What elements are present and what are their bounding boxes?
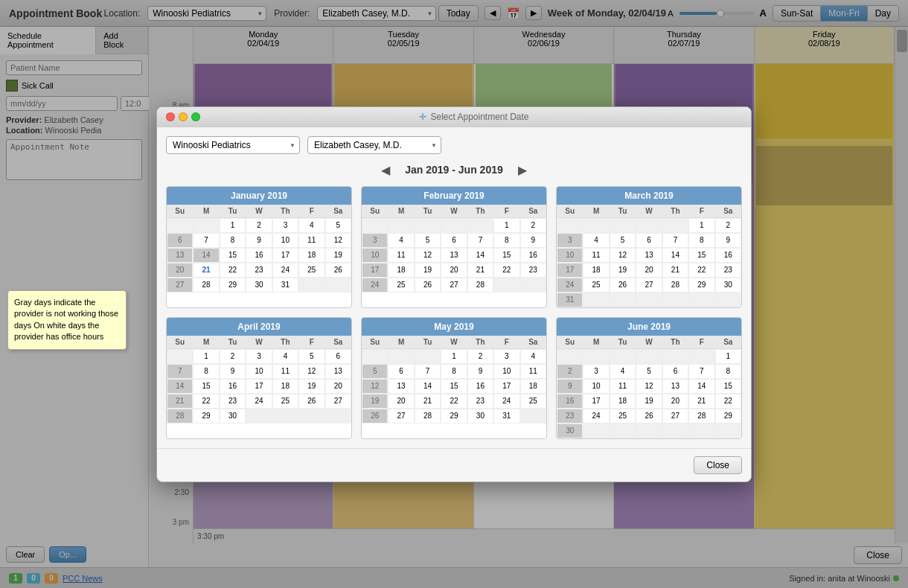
day-cell[interactable]: 28 [167, 409, 193, 424]
day-cell[interactable]: 12 [415, 248, 441, 263]
day-cell[interactable]: 31 [557, 293, 583, 307]
modal-location-wrap[interactable]: Winooski Pediatrics [166, 136, 300, 154]
day-cell[interactable]: 27 [325, 394, 351, 409]
day-cell[interactable]: 5 [636, 364, 662, 379]
day-cell[interactable]: 17 [583, 394, 609, 409]
day-cell[interactable]: 2 [557, 364, 583, 379]
day-cell[interactable]: 6 [441, 233, 467, 248]
day-cell[interactable]: 7 [688, 364, 714, 379]
day-cell[interactable]: 22 [688, 263, 714, 278]
day-cell[interactable]: 20 [388, 394, 414, 409]
day-cell[interactable]: 24 [272, 263, 298, 278]
day-cell[interactable]: 16 [246, 248, 272, 263]
day-cell[interactable]: 9 [715, 233, 741, 248]
day-cell[interactable]: 26 [415, 278, 441, 293]
day-cell[interactable]: 22 [193, 394, 219, 409]
modal-provider-wrap[interactable]: Elizabeth Casey, M.D. [307, 136, 441, 154]
day-cell[interactable]: 13 [636, 248, 662, 263]
day-cell[interactable]: 14 [467, 248, 493, 263]
day-cell[interactable]: 28 [688, 409, 714, 424]
day-cell[interactable]: 7 [193, 233, 219, 248]
day-cell[interactable]: 1 [193, 349, 219, 364]
day-cell[interactable]: 1 [688, 218, 714, 233]
day-cell[interactable]: 18 [388, 263, 414, 278]
day-cell[interactable]: 4 [298, 218, 324, 233]
day-cell[interactable]: 10 [272, 233, 298, 248]
day-cell[interactable]: 8 [220, 233, 246, 248]
day-cell[interactable]: 29 [688, 278, 714, 293]
day-cell[interactable]: 23 [520, 263, 546, 278]
day-cell[interactable]: 29 [715, 409, 741, 424]
day-cell[interactable]: 18 [520, 379, 546, 394]
day-cell[interactable]: 21 [467, 263, 493, 278]
day-cell[interactable]: 9 [246, 233, 272, 248]
day-cell[interactable]: 19 [415, 263, 441, 278]
day-cell[interactable]: 7 [415, 364, 441, 379]
day-cell[interactable]: 4 [272, 349, 298, 364]
day-cell[interactable]: 19 [636, 394, 662, 409]
day-cell[interactable]: 8 [715, 364, 741, 379]
day-cell[interactable]: 30 [246, 278, 272, 293]
day-cell[interactable]: 25 [610, 409, 636, 424]
day-cell[interactable]: 10 [362, 248, 388, 263]
day-cell[interactable]: 3 [272, 218, 298, 233]
day-cell[interactable]: 27 [662, 409, 688, 424]
day-cell[interactable]: 21 [167, 394, 193, 409]
day-cell[interactable]: 18 [610, 394, 636, 409]
day-cell[interactable]: 25 [298, 263, 324, 278]
day-cell[interactable]: 8 [193, 364, 219, 379]
day-cell[interactable]: 18 [298, 248, 324, 263]
day-cell[interactable]: 3 [557, 233, 583, 248]
day-cell[interactable]: 6 [388, 364, 414, 379]
day-cell[interactable]: 6 [636, 233, 662, 248]
day-cell[interactable]: 1 [441, 349, 467, 364]
day-cell[interactable]: 15 [493, 248, 519, 263]
day-cell[interactable]: 11 [610, 379, 636, 394]
day-cell[interactable]: 20 [662, 394, 688, 409]
day-cell[interactable]: 9 [220, 364, 246, 379]
day-cell[interactable]: 2 [520, 218, 546, 233]
day-cell[interactable]: 9 [557, 379, 583, 394]
day-cell[interactable]: 11 [298, 233, 324, 248]
day-cell[interactable]: 1 [715, 349, 741, 364]
day-cell[interactable]: 7 [662, 233, 688, 248]
day-cell[interactable]: 30 [467, 409, 493, 424]
day-cell[interactable]: 15 [193, 379, 219, 394]
day-cell[interactable]: 9 [520, 233, 546, 248]
day-cell[interactable]: 20 [441, 263, 467, 278]
day-cell[interactable]: 19 [610, 263, 636, 278]
day-cell[interactable]: 20 [636, 263, 662, 278]
day-cell[interactable]: 17 [246, 379, 272, 394]
day-cell[interactable]: 29 [193, 409, 219, 424]
minimize-traffic-light[interactable] [179, 112, 188, 121]
day-cell[interactable]: 23 [557, 409, 583, 424]
maximize-traffic-light[interactable] [191, 112, 200, 121]
day-cell[interactable]: 6 [662, 364, 688, 379]
day-cell[interactable]: 28 [193, 278, 219, 293]
modal-close-button[interactable]: Close [694, 456, 742, 474]
day-cell[interactable]: 8 [441, 364, 467, 379]
day-cell[interactable]: 30 [557, 424, 583, 438]
day-cell[interactable]: 22 [220, 263, 246, 278]
day-cell[interactable]: 11 [520, 364, 546, 379]
day-cell[interactable]: 11 [388, 248, 414, 263]
day-cell[interactable]: 30 [220, 409, 246, 424]
day-cell[interactable]: 16 [467, 379, 493, 394]
day-cell[interactable]: 17 [362, 263, 388, 278]
day-cell[interactable]: 25 [388, 278, 414, 293]
day-cell[interactable]: 15 [688, 248, 714, 263]
day-cell[interactable]: 14 [167, 379, 193, 394]
day-cell[interactable]: 5 [610, 233, 636, 248]
day-cell[interactable]: 15 [441, 379, 467, 394]
day-cell[interactable]: 12 [636, 379, 662, 394]
day-cell[interactable]: 28 [662, 278, 688, 293]
day-cell[interactable]: 19 [298, 379, 324, 394]
day-cell[interactable]: 6 [167, 233, 193, 248]
day-cell[interactable]: 9 [467, 364, 493, 379]
day-cell[interactable]: 5 [415, 233, 441, 248]
day-cell[interactable]: 10 [246, 364, 272, 379]
day-cell[interactable]: 25 [272, 394, 298, 409]
day-cell[interactable]: 23 [715, 263, 741, 278]
day-cell[interactable]: 20 [325, 379, 351, 394]
day-cell[interactable]: 1 [493, 218, 519, 233]
